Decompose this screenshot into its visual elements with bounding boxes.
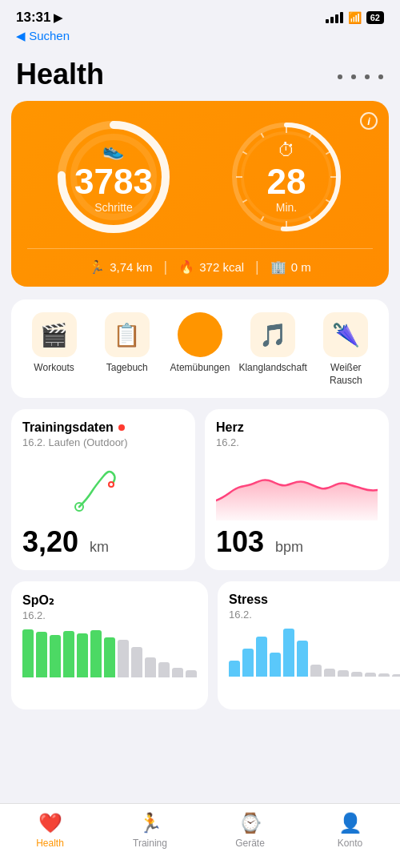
quick-grid: 🎬 Workouts 📋 Tagebuch Atemübungen 🎵 Klan… [18,312,382,387]
quick-klanglandschaft[interactable]: 🎵 Klanglandschaft [241,312,305,375]
hero-card: i 👟 3783 Schritte [11,101,389,287]
klang-icon: 🎵 [259,322,287,348]
svg-line-8 [326,152,330,155]
svg-line-7 [310,133,312,137]
spo2-bar [158,662,170,677]
spo2-bar [50,635,61,678]
status-time: 13:31 ▶ [16,10,62,26]
stress-bar [242,649,254,677]
health-nav-label: Health [36,838,64,849]
calories-icon: 🔥 [178,259,194,275]
spo2-bar [172,668,183,678]
spo2-subtitle: 16.2. [22,609,197,621]
nav-training[interactable]: 🏃 Training [122,812,178,849]
heart-card[interactable]: Herz 16.2. 103 bpm [205,409,389,570]
training-card[interactable]: Trainingsdaten 16.2. Laufen (Outdoor) 3,… [11,409,195,570]
stress-bar [365,673,376,677]
stress-subtitle: 16.2. [229,609,400,621]
steps-content: 👟 3783 Schritte [74,140,153,214]
stress-card[interactable]: Stress 16.2. [218,581,400,709]
stress-chart [229,629,400,677]
quick-workouts[interactable]: 🎬 Workouts [22,312,86,375]
spo2-title: SpO₂ [22,593,197,608]
tagebuch-icon: 📋 [113,322,141,348]
geraete-nav-icon: ⌚ [238,812,262,834]
back-link[interactable]: ◀ Suchen [0,29,400,50]
spo2-bar [131,647,142,677]
battery-indicator: 62 [366,11,384,24]
page-title: Health [16,58,104,91]
heart-subtitle: 16.2. [216,436,378,448]
stress-bar [378,673,390,677]
minutes-circle: ⏱ 28 Min. [226,117,346,237]
spo2-bar [186,670,197,677]
status-right: 📶 62 [326,11,384,24]
stat-calories: 🔥 372 kcal [178,259,244,275]
steps-icon: 👟 [74,140,153,161]
timer-icon: ⏱ [267,140,306,161]
stress-bar [351,672,362,677]
route-map [22,456,184,520]
svg-point-20 [110,483,113,486]
info-icon[interactable]: i [360,112,378,130]
stat-floors: 🏢 0 m [270,259,311,275]
route-svg [63,459,143,519]
spo2-chart [22,629,197,677]
workouts-label: Workouts [34,362,74,375]
rausch-label: Weißer Rausch [314,362,378,387]
steps-circle: 👟 3783 Schritte [54,117,174,237]
training-nav-label: Training [133,838,167,849]
spo2-bar [145,657,156,677]
stress-bar [392,674,400,677]
wifi-icon: 📶 [348,11,362,24]
spo2-bar [118,640,129,677]
atemubungen-label: Atemübungen [170,362,230,375]
rausch-icon: 🌂 [332,322,360,348]
workouts-icon: 🎬 [40,322,68,348]
hero-circles: 👟 3783 Schritte [27,117,373,237]
heart-svg [216,456,378,520]
nav-konto[interactable]: 👤 Konto [322,812,378,849]
page-header: Health [0,50,400,101]
cards-row-2: SpO₂ 16.2. Stress 16.2. [11,581,389,709]
spo2-card[interactable]: SpO₂ 16.2. [11,581,208,709]
tagebuch-label: Tagebuch [106,362,148,375]
stress-bar [270,653,281,677]
floors-icon: 🏢 [270,259,286,275]
training-title: Trainingsdaten [22,420,184,435]
quick-atemubungen[interactable]: Atemübungen [168,312,232,375]
spo2-bar [22,629,34,677]
svg-line-13 [262,216,264,220]
training-subtitle: 16.2. Laufen (Outdoor) [22,436,184,448]
svg-line-16 [242,152,246,155]
stress-bar [256,637,267,677]
hero-stats: 🏃 3,74 km | 🔥 372 kcal | 🏢 0 m [27,248,373,275]
status-bar: 13:31 ▶ 📶 62 [0,0,400,29]
minutes-value: 28 [267,164,306,199]
spo2-bar [77,633,88,678]
heart-title: Herz [216,420,378,435]
menu-button[interactable] [337,64,384,85]
steps-label: Schritte [74,201,153,214]
quick-access-section: 🎬 Workouts 📋 Tagebuch Atemübungen 🎵 Klan… [11,299,389,398]
geraete-nav-label: Geräte [235,838,265,849]
stress-bar [297,641,308,677]
training-dot [118,424,125,431]
stress-bar [338,670,349,677]
bottom-nav: ❤️ Health 🏃 Training ⌚ Geräte 👤 Konto [0,803,400,868]
signal-bars [326,12,343,23]
distance-icon: 🏃 [89,259,105,275]
training-value: 3,20 km [22,525,184,559]
spo2-bar [63,631,74,677]
nav-health[interactable]: ❤️ Health [22,812,78,849]
nav-geraete[interactable]: ⌚ Geräte [222,812,278,849]
stress-bar [229,661,240,677]
svg-line-11 [310,216,312,220]
klang-label: Klanglandschaft [238,362,306,375]
konto-nav-icon: 👤 [338,812,362,834]
training-nav-icon: 🏃 [138,812,162,834]
cards-row-1: Trainingsdaten 16.2. Laufen (Outdoor) 3,… [11,409,389,570]
spo2-bar [90,630,102,677]
quick-rausch[interactable]: 🌂 Weißer Rausch [314,312,378,387]
quick-tagebuch[interactable]: 📋 Tagebuch [95,312,159,375]
